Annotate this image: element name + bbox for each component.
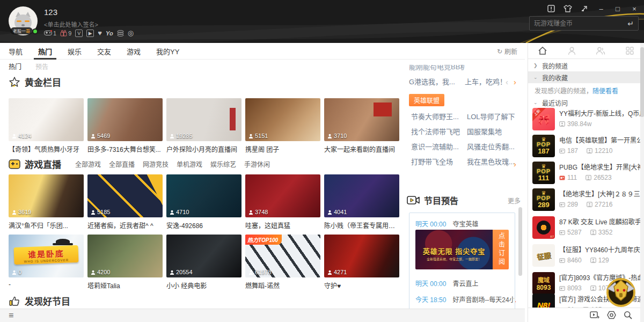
game-entry-link[interactable]: 找个法师带飞吧 [411,126,467,136]
home-icon [538,47,547,55]
game-entry-link[interactable]: G港选我，我... [409,76,465,86]
live-card[interactable]: 3748 哇塞，这妞真猛 [245,174,320,230]
live-card[interactable]: 4124 【奇领】气质热舞小牙牙 [9,98,84,153]
menu-icon[interactable]: ≡ [9,311,13,320]
group-recent-visits[interactable]: ⌄ 最近访问 [528,97,644,108]
game-badge[interactable]: 1 [44,30,56,36]
channel-item[interactable]: 87 87 K歌 交友 Live 庞麟招歌手 首页排行... 5287 3352 [532,216,644,240]
tab-entertainment[interactable]: 娱乐 [68,43,82,60]
yo-badge-icon[interactable]: Yo [106,30,113,36]
video-badge-icon[interactable]: ▶ [86,30,94,37]
heart-icon[interactable]: ♥ [98,29,102,37]
preview-more-link[interactable]: 更多 [508,196,521,205]
medal-close-icon[interactable]: × [633,273,636,279]
game-entry-link[interactable]: 能刚能苟个憨牛 [409,65,437,71]
close-button[interactable]: × [630,4,639,13]
live-card[interactable]: 3619 满汉°鱼不归「乐团... [9,174,84,230]
search-input[interactable] [530,20,627,27]
tab-hot[interactable]: 热门 [38,43,52,60]
game-filter-tabs: 全部游戏 全部直播 网游竞技 单机游戏 娱乐综艺 手游休闲 [75,159,270,169]
channel-item[interactable]: POP289 【绝地求生】[大神]２８９三角洲/联盟/... 289 27216 [532,188,644,212]
live-card[interactable]: 5469 田多多-7316大舞台想笑... [87,98,163,153]
game-entry-link[interactable]: LOL导师了解下 [467,111,523,121]
tab-friends[interactable]: 交友 [97,43,111,60]
game-tab-mobile-casual[interactable]: 手游休闲 [244,159,270,169]
live-card[interactable]: 20554 小小 经典电影 [166,235,241,290]
channel-item[interactable]: POP111 PUBG【绝地求生】开黑[大神]全网第一... 111 26523 [532,162,644,185]
game-tab-online-esports[interactable]: 网游竞技 [143,159,169,169]
signature-placeholder[interactable]: <单击此处输入签名> [44,20,98,28]
live-card[interactable]: 谁是卧底 WHO IS UNDERCOVER 0 - [9,235,84,290]
channel-viewers: 27216 [595,201,612,208]
username[interactable]: 123 [44,8,57,17]
game-entry-link[interactable]: 风骚走位秀翻... [467,141,523,151]
caret-down-icon: ⌄ [533,100,538,105]
tab-apps[interactable] [615,43,644,58]
game-entry-link[interactable]: 打野带飞全场 [411,156,467,166]
game-entry-link[interactable]: 国服聚集地 [467,126,523,136]
channel-item[interactable]: 🎀 上新 YY福利大厅-新版上线，Q币皮肤免费领 398.84w [532,108,644,131]
lol-category-badge[interactable]: 英雄联盟 [409,94,444,106]
subscribe-button[interactable]: 点击订阅 [493,230,509,269]
tab-navigation[interactable]: 导航 [9,43,23,60]
minimize-button[interactable]: – [597,4,605,13]
gift-badge[interactable]: 9 [60,30,71,36]
live-card[interactable]: 3710 大家一起来看剧的直播间 [324,98,399,153]
subtab-preview[interactable]: 预告 [35,62,48,71]
preview-banner[interactable]: 英雄无限 指尖夺宝 全新强袭系统，夺宝之旅，一触即发！ 点击订阅 [415,230,509,269]
live-card[interactable]: 19285 户外探险小月亮的直播间 [166,98,241,153]
game-entry-link[interactable]: 电竞BB机在此 [437,65,465,71]
v-badge-icon[interactable]: V [75,30,83,37]
card-title: 大家一起来看剧的直播间 [324,144,399,153]
maximize-button[interactable]: □ [613,4,622,13]
live-card[interactable]: 4271 守护♥ [324,235,399,290]
target-icon[interactable]: ◎ [128,29,134,37]
preview-section-header: 节目预告 更多 [407,194,521,207]
browse-channels-link[interactable]: 随便看看 [592,87,618,95]
search-channel-icon[interactable] [624,311,632,319]
game-entry-link[interactable]: 节奏大师野王... [411,111,467,121]
subtab-hot[interactable]: 热门 [9,62,21,71]
controller-icon [44,30,52,36]
mini-mode-icon[interactable] [580,4,589,13]
live-panel-icon[interactable] [590,311,599,319]
sidebar-scrollbar-thumb[interactable] [640,47,644,117]
game-tab-all-games[interactable]: 全部游戏 [75,159,101,169]
group-my-channels[interactable]: ❯ 我的频道 [528,60,644,71]
channel-item[interactable]: POP187 电信【英雄联盟】第一开黑公会/三角洲... 187 12210 [532,135,644,158]
live-card[interactable]: 4200 塔莉娅Talia [87,235,163,290]
user-avatar[interactable]: 老股一哥 [9,6,38,35]
channel-icon: POP289 [532,188,555,211]
preview-item[interactable]: 明天 00:00 夺宝英雄 [415,219,478,228]
find-channel-icon[interactable] [607,311,616,319]
game-tab-pc-games[interactable]: 单机游戏 [177,159,202,169]
live-card[interactable]: 4710 安逸-492686 [166,174,241,230]
game-tab-variety[interactable]: 娱乐综艺 [210,159,236,169]
enter-icon[interactable]: ↵ [627,19,638,28]
avatar-nickname-tag: 老股一哥 [10,27,33,34]
preview-item[interactable]: 今天 18:50 好声音剧场--每天24小... [415,295,514,304]
tab-groups[interactable] [586,43,615,58]
gold-medal-overlay[interactable] [604,275,638,308]
feedback-icon[interactable] [547,4,555,13]
tab-contacts[interactable] [557,43,586,58]
tab-home[interactable] [528,43,557,58]
channel-item[interactable]: 征服 【征服】YY8460十九周年庆一起闯荡19... 8460 129 [532,244,644,268]
group-my-favorites[interactable]: ⌄ 我的收藏 [528,71,644,83]
game-entry-link[interactable]: 意识一流辅助... [411,141,467,151]
channel-viewers: 398.84w [567,120,591,128]
coins-icon[interactable] [117,30,124,36]
game-tab-all-live[interactable]: 全部直播 [109,159,135,169]
tab-games[interactable]: 游戏 [127,43,141,60]
live-card[interactable]: 5185 近猪者痴，近我者甜^ ^ [87,174,163,230]
live-card[interactable]: 4041 陈小贱（帝王套专属用户） [324,174,399,230]
game-entry-link[interactable]: 上车，吃鸡！ [465,76,521,86]
skin-theme-icon[interactable] [564,4,572,13]
live-card[interactable]: 热力TOP100 61978 燃舞蹈-诺然 [245,235,320,290]
tab-my-yy[interactable]: 我的YY [156,43,179,60]
live-card[interactable]: 5151 携星阁 团子 [245,98,320,153]
sidebar-scrollbar-track[interactable] [640,43,644,322]
preview-item[interactable]: 明天 00:00 青云直上 [415,279,478,288]
game-entry-link[interactable]: 我在黑色玫瑰... [467,156,523,166]
refresh-button[interactable]: ↻刷新 [497,43,517,60]
